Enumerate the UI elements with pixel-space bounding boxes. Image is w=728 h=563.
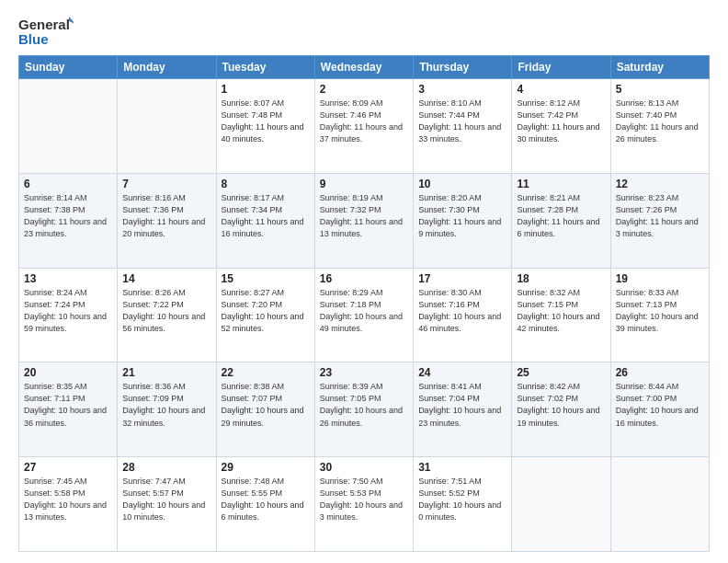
day-info: Sunrise: 8:20 AM Sunset: 7:30 PM Dayligh… <box>418 192 506 240</box>
day-number: 29 <box>222 461 310 474</box>
day-info: Sunrise: 8:26 AM Sunset: 7:22 PM Dayligh… <box>122 287 210 335</box>
calendar-cell: 13Sunrise: 8:24 AM Sunset: 7:24 PM Dayli… <box>19 268 118 362</box>
calendar-cell: 11Sunrise: 8:21 AM Sunset: 7:28 PM Dayli… <box>512 173 610 268</box>
svg-text:Blue: Blue <box>18 31 49 47</box>
day-number: 18 <box>517 272 605 285</box>
day-number: 19 <box>616 272 704 285</box>
day-header-friday: Friday <box>512 56 610 79</box>
calendar-cell: 23Sunrise: 8:39 AM Sunset: 7:05 PM Dayli… <box>314 362 413 457</box>
day-number: 2 <box>320 83 408 96</box>
day-info: Sunrise: 8:42 AM Sunset: 7:02 PM Dayligh… <box>517 381 605 429</box>
day-number: 6 <box>24 178 112 190</box>
day-info: Sunrise: 8:35 AM Sunset: 7:11 PM Dayligh… <box>24 381 112 429</box>
calendar-cell: 25Sunrise: 8:42 AM Sunset: 7:02 PM Dayli… <box>512 362 610 457</box>
calendar-cell: 21Sunrise: 8:36 AM Sunset: 7:09 PM Dayli… <box>118 362 216 457</box>
day-number: 8 <box>222 178 310 190</box>
day-header-wednesday: Wednesday <box>314 56 413 79</box>
day-number: 31 <box>418 461 506 474</box>
calendar-cell: 7Sunrise: 8:16 AM Sunset: 7:36 PM Daylig… <box>118 173 216 268</box>
day-number: 27 <box>24 461 112 474</box>
day-number: 15 <box>222 272 310 285</box>
day-info: Sunrise: 8:09 AM Sunset: 7:46 PM Dayligh… <box>320 98 408 145</box>
day-info: Sunrise: 8:33 AM Sunset: 7:13 PM Dayligh… <box>616 287 704 335</box>
day-info: Sunrise: 7:50 AM Sunset: 5:53 PM Dayligh… <box>320 476 408 523</box>
day-number: 21 <box>122 366 210 379</box>
day-info: Sunrise: 8:36 AM Sunset: 7:09 PM Dayligh… <box>122 381 210 429</box>
calendar-cell: 10Sunrise: 8:20 AM Sunset: 7:30 PM Dayli… <box>414 173 512 268</box>
day-info: Sunrise: 8:13 AM Sunset: 7:40 PM Dayligh… <box>616 98 704 145</box>
day-number: 3 <box>418 83 506 96</box>
calendar-cell: 29Sunrise: 7:48 AM Sunset: 5:55 PM Dayli… <box>216 457 314 552</box>
day-number: 12 <box>616 178 704 190</box>
day-number: 20 <box>24 366 112 379</box>
calendar-table: SundayMondayTuesdayWednesdayThursdayFrid… <box>18 55 710 552</box>
calendar-cell: 24Sunrise: 8:41 AM Sunset: 7:04 PM Dayli… <box>414 362 512 457</box>
day-number: 28 <box>122 461 210 474</box>
calendar-cell <box>19 79 118 174</box>
calendar-cell: 22Sunrise: 8:38 AM Sunset: 7:07 PM Dayli… <box>216 362 314 457</box>
logo-svg: General Blue <box>18 15 74 48</box>
calendar-cell: 19Sunrise: 8:33 AM Sunset: 7:13 PM Dayli… <box>610 268 709 362</box>
calendar-cell: 28Sunrise: 7:47 AM Sunset: 5:57 PM Dayli… <box>118 457 216 552</box>
day-number: 1 <box>222 83 310 96</box>
page: General Blue SundayMondayTuesdayWednesda… <box>0 0 728 563</box>
calendar-cell: 18Sunrise: 8:32 AM Sunset: 7:15 PM Dayli… <box>512 268 610 362</box>
week-row-3: 13Sunrise: 8:24 AM Sunset: 7:24 PM Dayli… <box>19 268 710 362</box>
day-info: Sunrise: 8:24 AM Sunset: 7:24 PM Dayligh… <box>24 287 112 335</box>
calendar-cell <box>512 457 610 552</box>
day-info: Sunrise: 8:23 AM Sunset: 7:26 PM Dayligh… <box>616 192 704 240</box>
calendar-cell: 17Sunrise: 8:30 AM Sunset: 7:16 PM Dayli… <box>414 268 512 362</box>
week-row-4: 20Sunrise: 8:35 AM Sunset: 7:11 PM Dayli… <box>19 362 710 457</box>
week-row-5: 27Sunrise: 7:45 AM Sunset: 5:58 PM Dayli… <box>19 457 710 552</box>
day-header-thursday: Thursday <box>414 56 512 79</box>
calendar-cell: 30Sunrise: 7:50 AM Sunset: 5:53 PM Dayli… <box>314 457 413 552</box>
day-header-saturday: Saturday <box>610 56 709 79</box>
day-info: Sunrise: 7:47 AM Sunset: 5:57 PM Dayligh… <box>122 476 210 523</box>
calendar-cell: 2Sunrise: 8:09 AM Sunset: 7:46 PM Daylig… <box>314 79 413 174</box>
calendar-cell: 9Sunrise: 8:19 AM Sunset: 7:32 PM Daylig… <box>314 173 413 268</box>
day-header-sunday: Sunday <box>19 56 118 79</box>
day-info: Sunrise: 7:45 AM Sunset: 5:58 PM Dayligh… <box>24 476 112 523</box>
day-info: Sunrise: 8:41 AM Sunset: 7:04 PM Dayligh… <box>418 381 506 429</box>
day-info: Sunrise: 8:30 AM Sunset: 7:16 PM Dayligh… <box>418 287 506 335</box>
calendar-cell: 12Sunrise: 8:23 AM Sunset: 7:26 PM Dayli… <box>610 173 709 268</box>
calendar-cell: 31Sunrise: 7:51 AM Sunset: 5:52 PM Dayli… <box>414 457 512 552</box>
calendar-cell <box>610 457 709 552</box>
calendar-body: 1Sunrise: 8:07 AM Sunset: 7:48 PM Daylig… <box>19 79 710 552</box>
day-number: 11 <box>517 178 605 190</box>
calendar-cell: 5Sunrise: 8:13 AM Sunset: 7:40 PM Daylig… <box>610 79 709 174</box>
day-info: Sunrise: 8:21 AM Sunset: 7:28 PM Dayligh… <box>517 192 605 240</box>
day-number: 9 <box>320 178 408 190</box>
week-row-1: 1Sunrise: 8:07 AM Sunset: 7:48 PM Daylig… <box>19 79 710 174</box>
calendar-header-row: SundayMondayTuesdayWednesdayThursdayFrid… <box>19 56 710 79</box>
day-number: 4 <box>517 83 605 96</box>
day-info: Sunrise: 8:14 AM Sunset: 7:38 PM Dayligh… <box>24 192 112 240</box>
calendar-cell: 14Sunrise: 8:26 AM Sunset: 7:22 PM Dayli… <box>118 268 216 362</box>
day-number: 7 <box>122 178 210 190</box>
day-number: 16 <box>320 272 408 285</box>
day-info: Sunrise: 8:29 AM Sunset: 7:18 PM Dayligh… <box>320 287 408 335</box>
day-info: Sunrise: 8:19 AM Sunset: 7:32 PM Dayligh… <box>320 192 408 240</box>
calendar-cell: 15Sunrise: 8:27 AM Sunset: 7:20 PM Dayli… <box>216 268 314 362</box>
day-number: 23 <box>320 366 408 379</box>
day-header-tuesday: Tuesday <box>216 56 314 79</box>
day-info: Sunrise: 8:44 AM Sunset: 7:00 PM Dayligh… <box>616 381 704 429</box>
day-number: 5 <box>616 83 704 96</box>
calendar-cell: 16Sunrise: 8:29 AM Sunset: 7:18 PM Dayli… <box>314 268 413 362</box>
day-number: 10 <box>418 178 506 190</box>
day-number: 17 <box>418 272 506 285</box>
svg-text:General: General <box>18 17 70 32</box>
day-info: Sunrise: 8:10 AM Sunset: 7:44 PM Dayligh… <box>418 98 506 145</box>
calendar-cell: 6Sunrise: 8:14 AM Sunset: 7:38 PM Daylig… <box>19 173 118 268</box>
day-info: Sunrise: 7:48 AM Sunset: 5:55 PM Dayligh… <box>222 476 310 523</box>
day-info: Sunrise: 8:17 AM Sunset: 7:34 PM Dayligh… <box>222 192 310 240</box>
calendar-cell: 4Sunrise: 8:12 AM Sunset: 7:42 PM Daylig… <box>512 79 610 174</box>
day-number: 14 <box>122 272 210 285</box>
day-header-monday: Monday <box>118 56 216 79</box>
day-info: Sunrise: 8:12 AM Sunset: 7:42 PM Dayligh… <box>517 98 605 145</box>
day-info: Sunrise: 8:32 AM Sunset: 7:15 PM Dayligh… <box>517 287 605 335</box>
calendar-cell: 27Sunrise: 7:45 AM Sunset: 5:58 PM Dayli… <box>19 457 118 552</box>
day-info: Sunrise: 7:51 AM Sunset: 5:52 PM Dayligh… <box>418 476 506 523</box>
day-number: 25 <box>517 366 605 379</box>
week-row-2: 6Sunrise: 8:14 AM Sunset: 7:38 PM Daylig… <box>19 173 710 268</box>
